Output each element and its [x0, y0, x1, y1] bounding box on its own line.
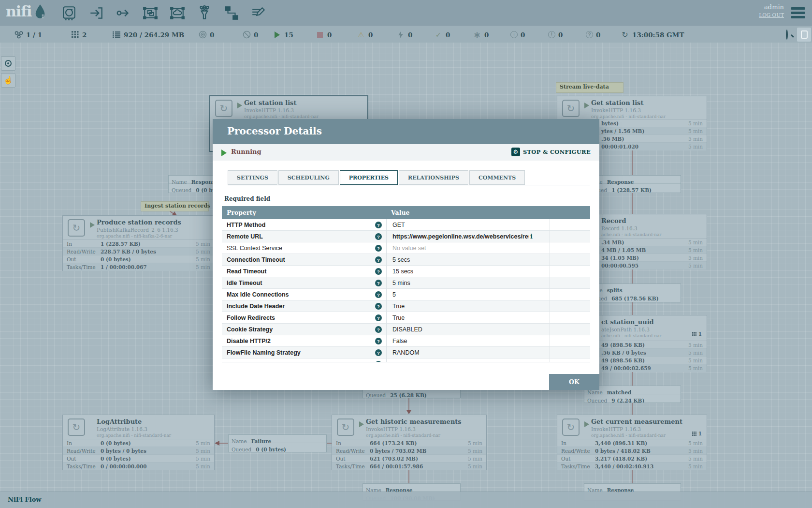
processor-title: Get station list — [591, 99, 666, 106]
processor-node-get-historic-measurements[interactable]: ↻ Get historic measurements InvokeHTTP 1… — [332, 415, 487, 470]
processor-bundle: org.apache.nifi - nifi-standard-nar — [97, 433, 171, 438]
property-row: Include Date Header? True — [222, 300, 590, 312]
locally-modified-stale-count: 0 — [558, 31, 563, 39]
processor-node-produce-station-records[interactable]: ↻ Produce station records PublishKafkaRe… — [62, 215, 215, 271]
help-icon[interactable]: ? — [375, 222, 382, 228]
help-icon[interactable]: ? — [375, 338, 382, 344]
info-icon[interactable]: i — [530, 233, 533, 240]
breadcrumb[interactable]: NiFi Flow — [8, 496, 42, 503]
processor-node-logattribute[interactable]: ↻ LogAttribute LogAttribute 1.16.3 org.a… — [62, 415, 215, 470]
global-menu-icon[interactable] — [791, 7, 805, 18]
column-value: Value — [386, 206, 550, 219]
remote-process-group-component-button[interactable] — [168, 5, 187, 21]
tab-relationships[interactable]: RELATIONSHIPS — [399, 170, 468, 185]
tab-scheduling[interactable]: SCHEDULING — [278, 170, 339, 185]
process-group-icon — [143, 5, 158, 21]
processor-bundle: org.apache.nifi - nifi-standard-nar — [366, 433, 462, 438]
help-icon[interactable]: ? — [375, 326, 382, 333]
stale-icon: ↑ — [510, 31, 518, 38]
run-status-icon — [584, 103, 589, 108]
property-row: FlowFile Naming Strategy? RANDOM — [222, 347, 590, 359]
processor-icon: ↻ — [562, 418, 580, 436]
help-icon[interactable]: ? — [375, 280, 382, 286]
locally-modified-stale-icon: ! — [548, 31, 555, 38]
stop-and-configure-button[interactable]: ⚙ STOP & CONFIGURE — [511, 148, 591, 156]
active-threads-icon — [71, 30, 79, 39]
run-status-icon — [90, 222, 95, 228]
dialog-status-bar: Running ⚙ STOP & CONFIGURE — [213, 144, 599, 161]
remote-process-group-icon — [170, 5, 185, 21]
processor-title: Produce station records — [97, 219, 181, 226]
cluster-count: 1 / 1 — [26, 31, 42, 39]
sync-failure-icon: ? — [586, 31, 593, 38]
help-icon[interactable]: ? — [375, 245, 382, 252]
properties-table-header: Property Value — [222, 206, 590, 219]
tab-settings[interactable]: SETTINGS — [228, 170, 277, 185]
label-component-button[interactable] — [249, 5, 268, 21]
ok-button[interactable]: OK — [549, 374, 599, 390]
processor-component-button[interactable] — [60, 5, 78, 21]
processor-title: Record — [601, 217, 662, 224]
tab-properties[interactable]: PROPERTIES — [340, 170, 398, 185]
tasks-badge: 1 — [692, 331, 702, 337]
process-group-component-button[interactable] — [141, 5, 160, 21]
running-state-label: Running — [231, 148, 261, 155]
locally-modified-icon: ∗ — [473, 30, 481, 39]
processor-type: InvokeHTTP 1.16.3 — [366, 426, 462, 432]
processor-bundle: org.apache.nifi - nifi-kafka-2-6-nar — [97, 234, 181, 239]
processor-title: LogAttribute — [97, 418, 171, 425]
app-toolbar: nifi — [0, 0, 812, 26]
search-icon[interactable] — [786, 30, 795, 39]
help-icon[interactable]: ? — [375, 256, 382, 263]
processor-node-get-current-measurement[interactable]: ↻ Get current measurement InvokeHTTP 1.1… — [557, 415, 707, 470]
property-row: Cookie Strategy? DISABLED — [222, 324, 590, 335]
help-icon[interactable]: ? — [375, 361, 382, 362]
not-transmitting-icon — [242, 30, 251, 39]
canvas-label[interactable]: Stream live-data — [556, 82, 624, 93]
run-status-icon — [237, 103, 242, 108]
processor-title: Get station list — [244, 99, 319, 106]
queued-icon — [112, 30, 121, 39]
help-icon[interactable]: ? — [375, 233, 382, 240]
hand-tool-button[interactable]: ☝ — [1, 73, 15, 88]
tab-comments[interactable]: COMMENTS — [469, 170, 525, 185]
funnel-icon — [197, 5, 212, 21]
sync-failure-count: 0 — [596, 31, 600, 39]
processor-title: Get historic measurements — [366, 418, 462, 425]
processor-bundle: org.apache.nifi - nifi-standard-nar — [591, 433, 682, 438]
help-icon[interactable]: ? — [375, 314, 382, 321]
processor-icon: ↻ — [215, 100, 232, 117]
help-icon[interactable]: ? — [375, 349, 382, 356]
connection-label-queued-25[interactable]: Queued25 (6.28 KB) — [362, 388, 461, 398]
running-icon — [273, 30, 281, 39]
help-icon[interactable]: ? — [375, 303, 382, 310]
processor-type: ateJsonPath 1.16.3 — [601, 327, 662, 332]
transmitting-count: 0 — [210, 31, 214, 39]
output-port-component-button[interactable] — [114, 5, 132, 21]
help-icon[interactable]: ? — [375, 268, 382, 275]
canvas-overview-button[interactable] — [1, 56, 15, 71]
processor-details-dialog: Processor Details Running ⚙ STOP & CONFI… — [213, 119, 599, 390]
input-port-component-button[interactable] — [87, 5, 105, 21]
logout-link[interactable]: LOG OUT — [759, 12, 784, 18]
template-component-button[interactable] — [222, 5, 241, 21]
connection-label-failure[interactable]: NameFailure Queued0 (0 bytes) — [228, 434, 327, 452]
property-row: Follow Redirects? True — [222, 312, 590, 324]
nifi-logo: nifi — [6, 3, 46, 20]
cluster-icon — [14, 30, 23, 39]
processor-bundle: ache.nifi - nifi-standard-nar — [601, 232, 662, 237]
dialog-header: Processor Details — [213, 119, 599, 144]
processor-type: InvokeHTTP 1.16.3 — [591, 107, 666, 113]
panel-toggle-button[interactable] — [797, 28, 811, 42]
refresh-icon[interactable]: ↻ — [621, 30, 629, 39]
last-refreshed-time: 13:00:58 GMT — [632, 31, 684, 39]
user-area: admin LOG OUT — [759, 3, 784, 18]
template-icon — [224, 5, 239, 21]
canvas-label[interactable]: Ingest station records — [141, 201, 209, 211]
processor-icon: ↻ — [562, 100, 580, 117]
column-property: Property — [222, 206, 386, 219]
help-icon[interactable]: ? — [375, 291, 382, 298]
property-row: Max Idle Connections? 5 — [222, 289, 590, 300]
funnel-component-button[interactable] — [195, 5, 214, 21]
username-label: admin — [759, 3, 784, 11]
